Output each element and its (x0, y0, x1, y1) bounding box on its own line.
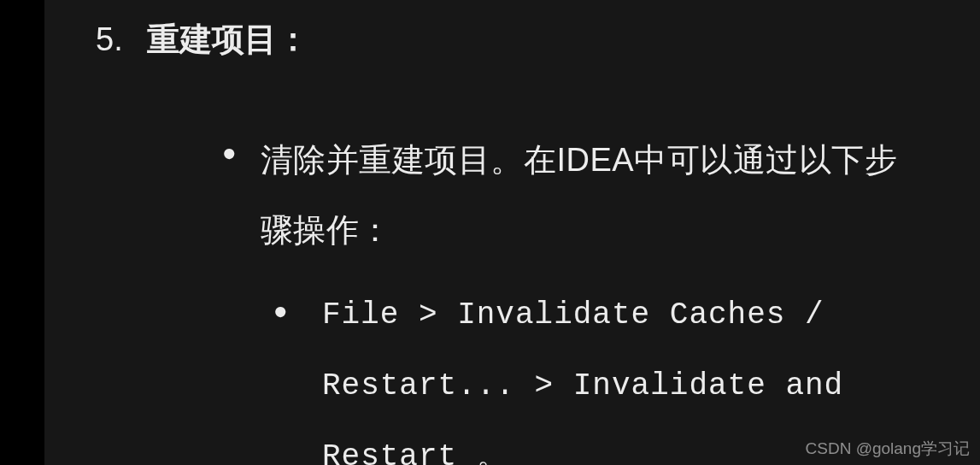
list-number: 5. (96, 15, 132, 64)
bullet-text: 清除并重建项目。在IDEA中可以通过以下步骤操作： (261, 126, 929, 265)
bullet-icon: ● (273, 299, 288, 323)
watermark-text: CSDN @golang学习记 (806, 438, 970, 460)
list-heading: 重建项目： (147, 15, 309, 64)
document-content: 5. 重建项目： ● 清除并重建项目。在IDEA中可以通过以下步骤操作： ● F… (44, 0, 980, 465)
bullet-icon: ● (222, 141, 237, 165)
bullet-list: ● 清除并重建项目。在IDEA中可以通过以下步骤操作： (222, 126, 929, 265)
ordered-list-item-5: 5. 重建项目： (96, 15, 929, 64)
bullet-item: ● 清除并重建项目。在IDEA中可以通过以下步骤操作： (222, 126, 929, 265)
